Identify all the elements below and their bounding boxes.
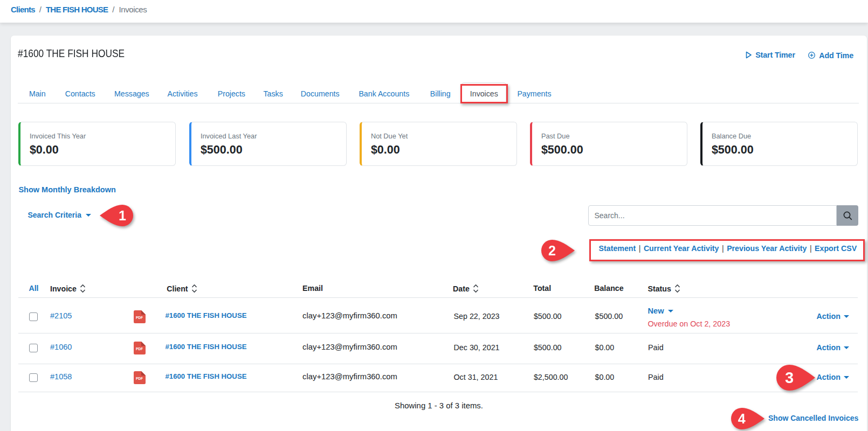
svg-text:PDF: PDF (136, 316, 143, 319)
svg-text:PDF: PDF (136, 377, 143, 380)
svg-text:PDF: PDF (136, 347, 143, 351)
